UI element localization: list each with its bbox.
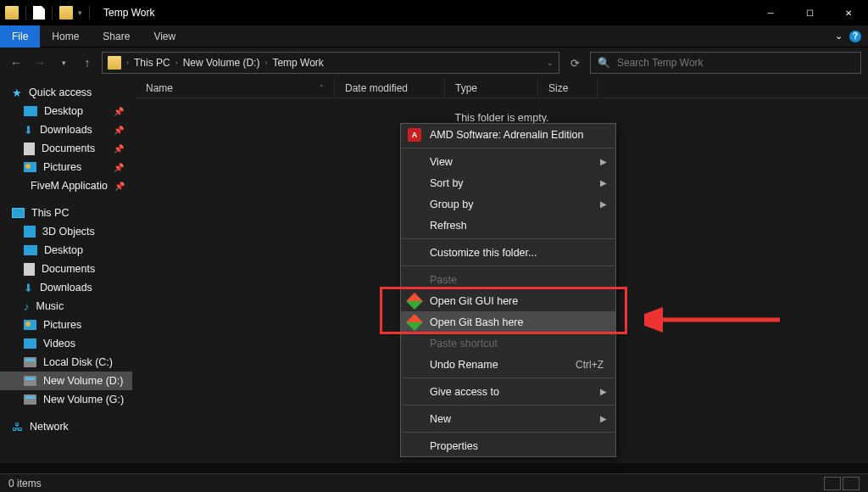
context-menu-item[interactable]: AAMD Software: Adrenalin Edition [401,124,615,145]
sidebar-item-desktop[interactable]: Desktop📌 [0,102,132,120]
sidebar-this-pc[interactable]: This PC [0,204,132,222]
context-item-label: AMD Software: Adrenalin Edition [430,129,583,141]
sidebar-item-fivem[interactable]: FiveM Applicatio📌 [0,176,132,195]
minimize-button[interactable]: ─ [751,0,790,25]
context-menu-item[interactable]: Undo RenameCtrl+Z [401,354,615,375]
context-menu-item[interactable]: Group by▶ [401,193,615,215]
sidebar-item-new-volume-d[interactable]: New Volume (D:) [0,372,132,390]
sidebar-network[interactable]: 🖧Network [0,417,132,436]
context-item-label: Paste shortcut [430,338,498,349]
titlebar: ▾ Temp Work ─ ☐ ✕ [0,0,868,25]
refresh-button[interactable]: ⟳ [565,53,585,73]
up-button[interactable]: ↑ [78,53,97,72]
context-menu-item[interactable]: View▶ [401,151,615,172]
chevron-right-icon: ▶ [600,387,607,396]
search-input[interactable]: 🔍 Search Temp Work [590,52,861,74]
3d-icon [24,226,36,238]
forward-button[interactable]: → [31,53,49,72]
sidebar-item-documents[interactable]: Documents📌 [0,139,132,158]
chevron-down-icon[interactable]: ⌄ [547,59,554,67]
download-icon: ⬇ [24,124,33,137]
status-text: 0 items [8,478,42,489]
context-item-label: Refresh [430,220,467,232]
git-icon [408,316,421,329]
chevron-right-icon: ▶ [600,199,607,209]
pc-icon [12,208,25,218]
disk-icon [24,376,36,386]
view-details-button[interactable] [824,477,841,490]
sidebar-item-desktop[interactable]: Desktop [0,241,132,260]
column-name[interactable]: Name˄ [136,78,335,98]
ribbon: File Home Share View ⌄ ? [0,25,868,48]
search-placeholder: Search Temp Work [617,57,704,69]
context-menu-item[interactable]: Give access to▶ [401,381,615,402]
file-tab[interactable]: File [0,25,40,48]
sidebar-item-documents[interactable]: Documents [0,260,132,278]
chevron-right-icon: ▶ [600,157,607,166]
close-button[interactable]: ✕ [829,0,868,25]
folder-icon [108,56,121,70]
context-item-label: Properties [430,440,478,452]
address-row: ← → ▾ ↑ › This PC › New Volume (D:) › Te… [0,48,868,78]
sidebar-item-new-volume-g[interactable]: New Volume (G:) [0,390,132,409]
column-type[interactable]: Type [445,78,538,98]
help-icon[interactable]: ? [849,31,861,42]
context-item-label: Paste [430,274,457,286]
context-item-label: New [430,413,451,425]
document-icon [24,263,35,276]
view-large-button[interactable] [843,477,860,490]
sidebar-item-local-disk-c[interactable]: Local Disk (C:) [0,353,132,372]
sidebar-item-pictures[interactable]: Pictures📌 [0,158,132,176]
video-icon [24,338,36,349]
sidebar-item-3d-objects[interactable]: 3D Objects [0,222,132,241]
tab-share[interactable]: Share [91,31,142,42]
sidebar-item-downloads[interactable]: ⬇Downloads [0,278,132,297]
folder-icon [59,6,73,20]
context-item-label: Customize this folder... [430,247,537,259]
breadcrumb-part[interactable]: Temp Work [272,57,323,69]
context-item-label: Sort by [430,177,464,189]
chevron-down-icon[interactable]: ▾ [78,8,82,17]
sort-indicator: ˄ [320,84,324,92]
sidebar-item-pictures[interactable]: Pictures [0,316,132,334]
maximize-button[interactable]: ☐ [790,0,829,25]
context-menu-item[interactable]: Properties [401,435,615,456]
back-button[interactable]: ← [7,53,25,72]
context-menu-item[interactable]: Customize this folder... [401,242,615,263]
download-icon: ⬇ [24,282,33,294]
context-menu: AAMD Software: Adrenalin EditionView▶Sor… [400,123,616,457]
sidebar-item-videos[interactable]: Videos [0,334,132,353]
context-menu-item[interactable]: Open Git Bash here [401,311,615,333]
tab-home[interactable]: Home [40,31,91,42]
address-bar[interactable]: › This PC › New Volume (D:) › Temp Work … [102,52,559,74]
pin-icon: 📌 [114,107,124,116]
breadcrumb-part[interactable]: New Volume (D:) [183,57,260,69]
recent-dropdown[interactable]: ▾ [54,53,73,72]
pin-icon: 📌 [114,144,124,154]
sidebar-item-downloads[interactable]: ⬇Downloads📌 [0,120,132,139]
chevron-right-icon: ▶ [600,178,607,187]
disk-icon [24,357,36,367]
tab-view[interactable]: View [142,31,187,42]
sidebar-quick-access[interactable]: ★Quick access [0,83,132,102]
context-menu-item[interactable]: Sort by▶ [401,172,615,193]
context-menu-item[interactable]: Refresh [401,215,615,236]
column-date-modified[interactable]: Date modified [335,78,445,98]
pin-icon: 📌 [114,126,124,135]
desktop-icon [24,245,37,255]
picture-icon [24,320,36,330]
context-menu-item[interactable]: Open Git GUI here [401,290,615,311]
context-item-label: Open Git Bash here [430,316,523,328]
pin-icon: 📌 [114,182,125,191]
network-icon: 🖧 [12,421,23,433]
document-icon [24,143,35,155]
breadcrumb-part[interactable]: This PC [134,57,170,69]
picture-icon [24,162,36,172]
context-menu-item: Paste [401,269,615,290]
column-size[interactable]: Size [538,78,598,98]
chevron-down-icon[interactable]: ⌄ [835,31,843,42]
sidebar-item-music[interactable]: ♪Music [0,297,132,316]
pin-icon: 📌 [114,163,124,172]
empty-folder-text: This folder is empty. [136,112,868,124]
context-menu-item[interactable]: New▶ [401,408,615,429]
